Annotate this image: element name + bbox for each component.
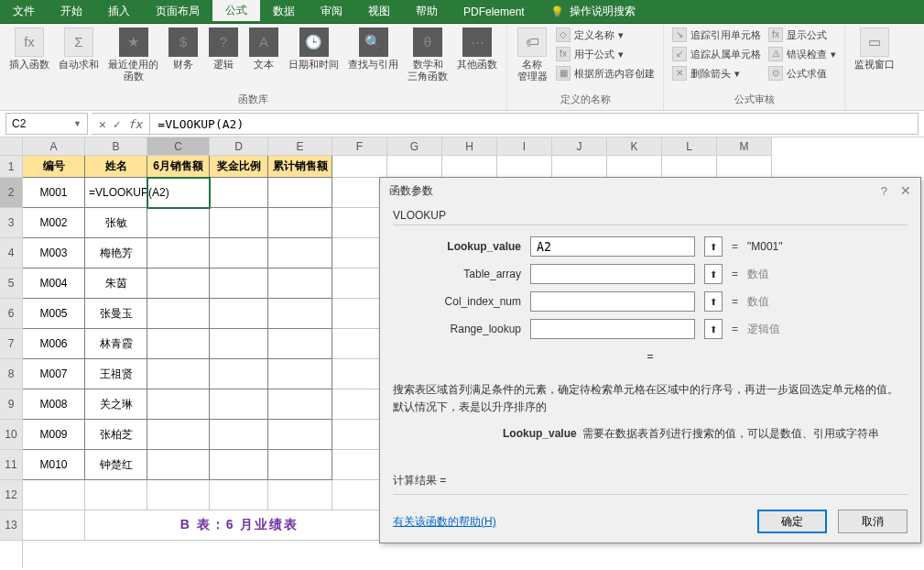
cell[interactable] [268,329,332,359]
remove-arrows-button[interactable]: ✕删除箭头▾ [669,64,764,82]
cell[interactable] [147,208,210,238]
cell[interactable] [210,299,268,329]
ok-button[interactable]: 确定 [757,510,827,533]
arg-input-table-array[interactable] [530,264,695,284]
cell[interactable] [210,238,268,269]
cell[interactable] [147,389,210,420]
range-select-button[interactable]: ⬆ [704,291,723,312]
cell[interactable]: 关之琳 [85,389,147,420]
confirm-icon[interactable]: ✓ [114,117,121,131]
tab-view[interactable]: 视图 [355,0,403,23]
name-box[interactable]: C2▼ [5,113,88,135]
col-header[interactable]: K [607,137,662,156]
tab-layout[interactable]: 页面布局 [143,0,212,23]
col-header[interactable]: D [210,137,268,156]
tab-data[interactable]: 数据 [260,0,308,23]
col-header[interactable]: E [268,137,332,156]
cell[interactable]: M005 [23,299,85,329]
cell[interactable] [210,450,268,480]
cell[interactable] [442,156,497,178]
cell[interactable] [210,359,268,389]
dialog-help-link[interactable]: 有关该函数的帮助(H) [393,514,496,530]
cell[interactable] [268,269,332,299]
dialog-titlebar[interactable]: 函数参数 ? ✕ [380,178,920,203]
cell[interactable] [23,510,85,541]
cell[interactable] [23,480,85,510]
cell[interactable]: M006 [23,329,85,359]
cell[interactable] [268,299,332,329]
cell[interactable]: M004 [23,269,85,299]
watch-window-button[interactable]: ▭监视窗口 [851,26,898,72]
row-header[interactable]: 6 [0,299,22,329]
cell[interactable]: 钟楚红 [85,450,147,480]
cell[interactable] [268,450,332,480]
fx-icon[interactable]: fx [128,117,143,131]
row-header[interactable]: 7 [0,329,22,359]
logical-button[interactable]: ?逻辑 [204,26,243,72]
cell[interactable]: 6月销售额 [147,156,210,178]
formula-input[interactable]: =VLOOKUP(A2) [150,113,919,135]
cell[interactable] [607,156,662,178]
range-select-button[interactable]: ⬆ [704,264,723,284]
cell[interactable]: 张柏芝 [85,420,147,450]
col-header[interactable]: A [23,137,85,156]
create-from-sel-button[interactable]: ▦根据所选内容创建 [553,64,658,82]
row-header[interactable]: 13 [0,510,22,541]
cancel-icon[interactable]: ✕ [99,117,106,131]
text-button[interactable]: A文本 [245,26,283,72]
cell[interactable] [552,156,607,178]
row-header[interactable]: 9 [0,389,22,420]
col-header[interactable]: I [497,137,552,156]
cell[interactable] [147,480,210,510]
tab-tellme[interactable]: 💡操作说明搜索 [538,0,648,23]
cell[interactable] [268,480,332,510]
cell[interactable] [85,480,147,510]
cell[interactable]: 梅艳芳 [85,238,147,269]
cell[interactable]: 姓名 [85,156,147,178]
cell[interactable]: 编号 [23,156,85,178]
merged-title-cell[interactable]: B 表：6 月业绩表 [85,510,395,541]
chevron-down-icon[interactable]: ▼ [73,119,82,128]
select-all-corner[interactable] [0,137,22,156]
cell[interactable] [268,420,332,450]
range-select-button[interactable]: ⬆ [704,319,723,339]
cell[interactable] [332,156,387,178]
datetime-button[interactable]: 🕒日期和时间 [285,26,342,72]
row-header[interactable]: 12 [0,480,22,510]
math-button[interactable]: θ数学和 三角函数 [404,26,451,84]
tab-insert[interactable]: 插入 [95,0,143,23]
use-in-formula-button[interactable]: fx用于公式▾ [553,45,658,63]
cell[interactable] [268,389,332,420]
lookup-button[interactable]: 🔍查找与引用 [344,26,402,72]
row-header[interactable]: 3 [0,208,22,238]
cell[interactable]: M009 [23,420,85,450]
row-header[interactable]: 5 [0,269,22,299]
arg-input-range-lookup[interactable] [530,319,695,339]
cell[interactable] [497,156,552,178]
morefn-button[interactable]: ⋯其他函数 [453,26,501,72]
define-name-button[interactable]: ◇定义名称▾ [553,26,658,44]
range-select-button[interactable]: ⬆ [704,236,723,257]
cell[interactable]: 王祖贤 [85,359,147,389]
row-header[interactable]: 1 [0,156,22,178]
cell[interactable] [210,329,268,359]
cell[interactable] [210,389,268,420]
trace-dependents-button[interactable]: ↙追踪从属单元格 [669,45,764,63]
row-header[interactable]: 2 [0,178,22,208]
cell[interactable] [210,480,268,510]
cancel-button[interactable]: 取消 [838,510,908,533]
col-header[interactable]: B [85,137,147,156]
cell[interactable]: 张曼玉 [85,299,147,329]
cell[interactable]: M002 [23,208,85,238]
cell[interactable]: =VLOOKUP(A2) [85,178,147,208]
insert-function-button[interactable]: fx插入函数 [5,26,53,72]
cell[interactable] [147,359,210,389]
cell[interactable] [268,178,332,208]
row-header[interactable]: 4 [0,238,22,269]
cell[interactable]: M007 [23,359,85,389]
cell[interactable] [147,420,210,450]
cell[interactable]: 朱茵 [85,269,147,299]
trace-precedents-button[interactable]: ↘追踪引用单元格 [669,26,764,44]
tab-formula[interactable]: 公式 [212,0,260,23]
arg-input-col-index[interactable] [530,291,695,312]
